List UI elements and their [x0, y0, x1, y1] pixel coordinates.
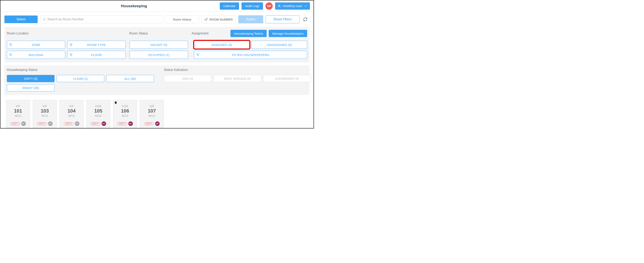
assigned-filter[interactable]: ASSIGNED (6): [194, 41, 250, 49]
room-number: 101: [14, 108, 22, 114]
room-type-filter[interactable]: ROOM TYPE: [67, 41, 126, 49]
room-number: 104: [68, 108, 76, 114]
manage-housekeepers-button[interactable]: Manage Housekeepers: [269, 30, 307, 37]
floor-filter[interactable]: FLOOR: [67, 51, 126, 59]
housekeeper-badge: HT: [48, 121, 52, 126]
vacant-filter[interactable]: VACANT (5): [130, 41, 188, 49]
vacant-filter-label: VACANT (5): [150, 43, 168, 47]
room-number: 107: [148, 108, 156, 114]
room-sub: NCO: [95, 114, 102, 117]
room-type-label: KR: [70, 105, 74, 108]
room-dirty-tag: DIRTY: [117, 122, 127, 125]
room-dirty-tag: DIRTY: [64, 122, 74, 125]
unassigned-filter[interactable]: UNASSIGNED (0): [252, 41, 307, 49]
room-history-button[interactable]: Room History: [166, 15, 199, 23]
room-type-filter-label: ROOM TYPE: [87, 43, 106, 47]
svg-point-1: [43, 18, 45, 20]
room-type-label: 2QR: [95, 105, 102, 108]
room-card[interactable]: QR107NCODIRTYHT: [140, 100, 164, 128]
room-number: 103: [41, 108, 49, 114]
page-title: Housekeeping: [26, 4, 242, 8]
room-sub: NCO: [15, 114, 21, 117]
housekeeper-badge: HT: [155, 121, 160, 126]
sort-button[interactable]: ROOM NUMBER: [201, 15, 236, 23]
svg-point-4: [116, 104, 116, 104]
room-card[interactable]: 2QR105NCODIRTYHT: [86, 100, 110, 128]
reset-filters-button[interactable]: Reset Filters: [266, 15, 300, 23]
room-type-label: KR: [16, 105, 20, 108]
user-name: HotelKey User: [283, 4, 302, 8]
hk-status-label: Housekeeping Status: [7, 68, 164, 72]
building-filter-label: BUILDING: [28, 53, 43, 57]
room-card[interactable]: 2QR106NCODIRTYHT: [113, 100, 137, 128]
room-card[interactable]: KR103NCODIRTYHT: [33, 100, 57, 128]
room-type-label: KR: [43, 105, 47, 108]
zone-filter[interactable]: ZONE: [7, 41, 65, 49]
discrepant-indicator[interactable]: DISCREPANT (0): [263, 75, 311, 82]
dirty-status[interactable]: DIRTY (6): [7, 75, 54, 82]
svg-point-3: [115, 104, 115, 104]
assignment-label: Assignment: [192, 32, 230, 35]
status-indicators-label: Status Indicators: [164, 68, 311, 72]
avatar[interactable]: GP: [266, 3, 273, 10]
luggage-icon: [114, 101, 117, 104]
housekeeping-teams-button[interactable]: Housekeeping Teams: [230, 30, 267, 37]
dnd-indicator[interactable]: DND (0): [164, 75, 212, 82]
search-input-wrap[interactable]: [40, 15, 163, 23]
refresh-icon[interactable]: [303, 17, 308, 22]
room-sub: NCO: [148, 114, 155, 117]
occupied-filter[interactable]: OCCUPIED (1): [130, 51, 188, 59]
room-location-label: Room Location: [7, 32, 129, 35]
deny-indicator[interactable]: DENY SERVICE (0): [214, 75, 261, 82]
room-type-label: QR: [150, 105, 154, 108]
audit-logs-button[interactable]: Audit Logs: [242, 3, 263, 10]
room-dirty-tag: DIRTY: [10, 122, 20, 125]
room-status-label: Room Status: [129, 32, 192, 35]
housekeeper-badge: HT: [75, 121, 79, 126]
room-card[interactable]: KR101NCODIRTYHT: [6, 100, 30, 128]
housekeeper-badge: HT: [128, 121, 133, 126]
room-card[interactable]: KR104NCODIRTYHT: [60, 100, 84, 128]
zone-filter-label: ZONE: [32, 43, 40, 47]
all-status[interactable]: ALL (46): [106, 75, 154, 82]
svg-point-0: [279, 5, 280, 6]
funnel-icon: [70, 53, 73, 56]
room-sub: NCO: [68, 114, 75, 117]
sort-icon: [204, 18, 208, 21]
ready-status[interactable]: READY (39): [7, 84, 54, 91]
sort-label: ROOM NUMBER: [210, 18, 233, 21]
room-sub: NCO: [122, 114, 128, 117]
room-dirty-tag: DIRTY: [37, 122, 47, 125]
room-number: 105: [94, 108, 102, 114]
housekeeper-badge: HT: [21, 121, 26, 126]
housekeeper-badge: HT: [102, 121, 106, 126]
search-icon: [43, 18, 46, 21]
room-dirty-tag: DIRTY: [90, 122, 100, 125]
chevron-down-icon: [304, 4, 308, 8]
action-button[interactable]: Action: [238, 15, 263, 23]
assigned-filter-label: ASSIGNED (6): [211, 43, 232, 47]
clean-status[interactable]: CLEAN (1): [56, 75, 104, 82]
funnel-icon: [9, 53, 12, 56]
floor-filter-label: FLOOR: [91, 53, 102, 57]
unassigned-filter-label: UNASSIGNED (0): [267, 43, 292, 47]
filter-housekeepers[interactable]: FILTER HOUSEKEEPERS: [194, 51, 307, 59]
room-sub: NCO: [42, 114, 48, 117]
funnel-icon: [196, 53, 200, 56]
select-button[interactable]: Select: [4, 16, 38, 23]
room-dirty-tag: DIRTY: [144, 122, 154, 125]
user-menu[interactable]: HotelKey User: [275, 3, 310, 10]
svg-rect-2: [115, 102, 116, 104]
occupied-filter-label: OCCUPIED (1): [148, 53, 169, 57]
room-number: 106: [121, 108, 129, 114]
search-input[interactable]: [47, 18, 160, 21]
funnel-icon: [70, 43, 73, 46]
user-icon: [278, 4, 281, 8]
room-type-label: 2QR: [122, 105, 128, 108]
funnel-icon: [9, 43, 12, 46]
building-filter[interactable]: BUILDING: [7, 51, 65, 59]
filter-housekeepers-label: FILTER HOUSEKEEPERS: [232, 53, 269, 57]
